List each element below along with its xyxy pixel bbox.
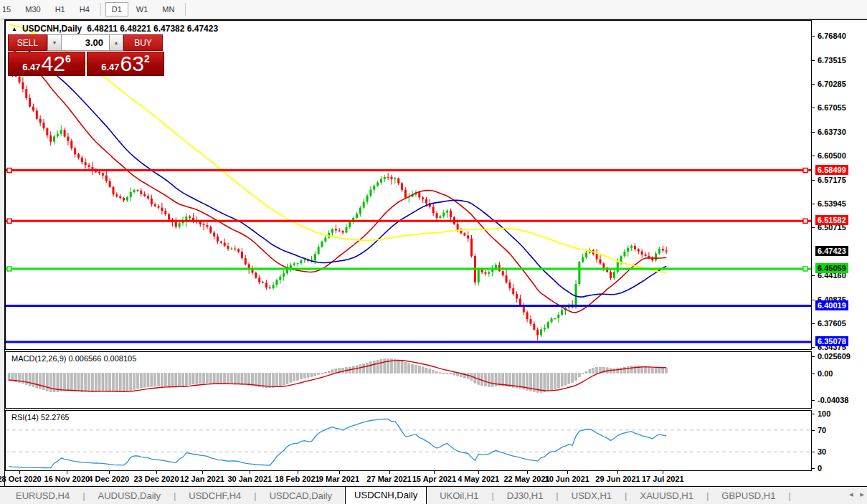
tab-gbpusd-h1[interactable]: GBPUSD,H1 <box>714 488 782 503</box>
volume-decrease-button[interactable]: ▼ <box>47 34 62 51</box>
price-level-badge: 6.35078 <box>815 336 848 346</box>
price-chart-pane[interactable]: ▲ USDCNH,Daily 6.48211 6.48221 6.47382 6… <box>5 20 812 350</box>
toolbar-timeframe-mn[interactable]: MN <box>156 2 181 16</box>
date-axis-label: 12 Jan 2021 <box>180 475 224 483</box>
date-tick-mark <box>19 471 20 474</box>
axis-tick-mark <box>812 108 815 108</box>
rsi-canvas[interactable] <box>6 411 811 470</box>
chart-title: USDCNH,Daily <box>22 24 82 34</box>
macd-axis-label: 0.025609 <box>818 352 851 361</box>
chart-window: ▲ USDCNH,Daily 6.48211 6.48221 6.47382 6… <box>4 19 867 486</box>
date-tick-mark <box>663 471 663 474</box>
toolbar-timeframe-15[interactable]: 15 <box>0 2 17 16</box>
axis-tick-mark <box>812 468 815 469</box>
price-level-badge: 6.47423 <box>815 246 848 256</box>
toolbar-timeframe-d1[interactable]: D1 <box>105 2 128 16</box>
price-axis-label: 6.60500 <box>818 151 846 160</box>
date-tick-mark <box>434 471 435 474</box>
tab-separator: | <box>491 490 493 501</box>
macd-label: MACD(12,26,9) 0.006566 0.008105 <box>11 354 136 363</box>
tab-separator: | <box>82 490 85 501</box>
date-axis-label: 18 Feb 2021 <box>275 475 319 483</box>
spin-up-icon: ▲ <box>114 40 119 45</box>
rsi-label: RSI(14) 52.2765 <box>11 413 70 422</box>
buy-button[interactable]: BUY <box>123 34 163 51</box>
tab-eurusd-h4[interactable]: EURUSD,H4 <box>9 488 77 503</box>
toolbar-timeframe-h4[interactable]: H4 <box>73 2 96 16</box>
sell-button[interactable]: SELL <box>8 34 47 51</box>
axis-tick-mark <box>812 275 815 276</box>
toolbar-timeframe-m30[interactable]: M30 <box>19 2 47 16</box>
tab-separator: | <box>706 490 709 501</box>
price-level-badge: 6.58499 <box>815 165 848 175</box>
toolbar-timeframe-h1[interactable]: H1 <box>49 2 72 16</box>
axis-tick-mark <box>812 36 815 37</box>
tab-usdcnh-daily[interactable]: USDCNH,Daily <box>345 486 427 504</box>
date-tick-mark <box>617 471 618 474</box>
axis-tick-mark <box>812 430 815 431</box>
price-axis-label: 6.70285 <box>818 80 846 88</box>
sell-price-panel[interactable]: 6.47 42 6 <box>8 52 85 76</box>
date-axis-label: 16 Nov 2020 <box>44 475 90 483</box>
tab-xauusd-h1[interactable]: XAUUSD,H1 <box>633 488 701 503</box>
price-axis-label: 6.67055 <box>818 103 846 112</box>
macd-indicator-pane[interactable]: MACD(12,26,9) 0.006566 0.008105 <box>5 351 812 409</box>
date-tick-mark <box>567 471 568 474</box>
axis-tick-mark <box>812 300 815 300</box>
price-axis-label: 6.37605 <box>818 319 846 328</box>
rsi-indicator-pane[interactable]: RSI(14) 52.2765 <box>5 410 812 471</box>
rsi-axis-label: 30 <box>818 447 826 456</box>
axis-tick-mark <box>812 227 815 228</box>
buy-price-panel[interactable]: 6.47 63 2 <box>87 52 164 76</box>
axis-tick-mark <box>812 156 815 156</box>
axis-tick-mark <box>812 180 815 181</box>
tab-usdcad-daily[interactable]: USDCAD,Daily <box>262 488 339 503</box>
axis-tick-mark <box>812 400 815 401</box>
toolbar-timeframe-w1[interactable]: W1 <box>130 2 155 16</box>
price-level-badge: 6.40019 <box>815 300 848 310</box>
buy-price-main: 63 <box>120 53 144 75</box>
axis-tick-mark <box>812 374 815 374</box>
date-tick-mark <box>478 471 479 474</box>
spin-down-icon: ▼ <box>52 40 57 45</box>
tab-scroll-right-icon[interactable]: ▸ <box>860 490 864 499</box>
date-axis-label: 17 Jul 2021 <box>642 475 684 483</box>
timeframe-toolbar: 15M30H1H4D1W1MN <box>0 0 867 19</box>
tab-separator: | <box>788 490 790 501</box>
tab-audusd-daily[interactable]: AUDUSD,Daily <box>91 488 168 503</box>
date-tick-mark <box>156 471 157 474</box>
date-axis-label: 4 May 2021 <box>458 475 499 483</box>
date-axis-label: 28 Oct 2020 <box>0 475 42 483</box>
axis-tick-mark <box>812 132 815 133</box>
date-axis-label: 9 Mar 2021 <box>319 475 359 483</box>
tab-usdx-h1[interactable]: USDX,H1 <box>564 488 619 503</box>
date-axis-label: 4 Dec 2020 <box>88 475 129 483</box>
tab-scroll-left-icon[interactable]: ◂ <box>849 490 853 499</box>
tab-separator: | <box>625 490 627 501</box>
date-axis-label: 27 Mar 2021 <box>366 475 411 483</box>
collapse-panel-icon[interactable]: ▲ <box>11 26 17 32</box>
tab-separator: | <box>556 490 558 501</box>
date-axis-label: 15 Apr 2021 <box>412 475 456 483</box>
volume-input[interactable] <box>62 34 109 51</box>
axis-tick-mark <box>812 323 815 324</box>
tab-separator: | <box>254 490 256 501</box>
date-tick-mark <box>339 471 340 474</box>
tab-usdchf-h4[interactable]: USDCHF,H4 <box>181 488 248 503</box>
rsi-axis-label: 100 <box>818 409 830 418</box>
volume-increase-button[interactable]: ▲ <box>109 34 123 51</box>
price-axis-label: 6.53945 <box>818 199 846 208</box>
macd-axis-label: -0.04038 <box>818 396 848 404</box>
price-axis-label: 6.76840 <box>818 32 846 40</box>
date-axis-label: 29 Jun 2021 <box>595 475 640 483</box>
date-tick-mark <box>527 471 528 474</box>
tab-ukoil-h1[interactable]: UKOil,H1 <box>432 488 485 503</box>
tab-scroll-controls: ◂ ▸ <box>849 490 864 499</box>
axis-tick-mark <box>812 204 815 204</box>
axis-tick-mark <box>812 60 815 61</box>
chart-tabs: EURUSD,H4|AUDUSD,Daily|USDCHF,H4|USDCAD,… <box>9 488 791 504</box>
tab-dj30-h1[interactable]: DJ30,H1 <box>500 488 551 503</box>
date-tick-mark <box>389 471 390 474</box>
price-axis-label: 6.57175 <box>818 176 846 184</box>
date-axis-label: 10 Jun 2021 <box>545 475 589 483</box>
